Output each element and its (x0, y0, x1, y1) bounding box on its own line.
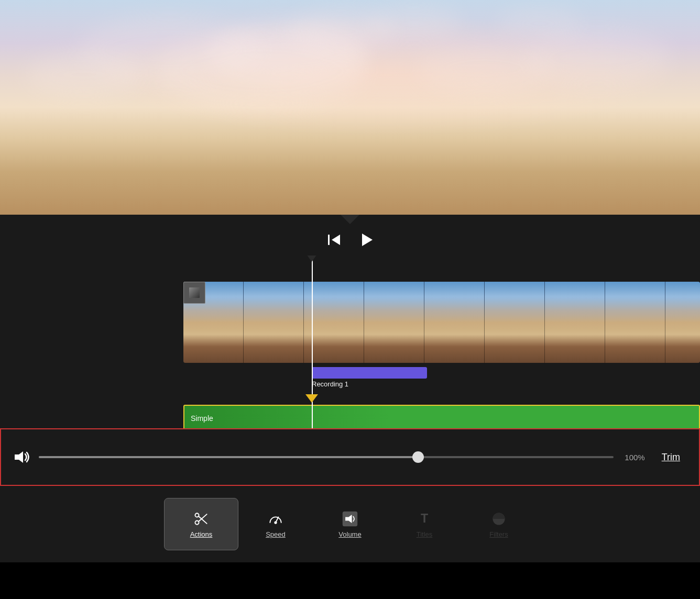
svg-point-5 (195, 520, 199, 524)
toolbar-item-speed[interactable]: Speed (238, 498, 313, 550)
bg-music-label: Simple (191, 414, 213, 423)
svg-marker-2 (362, 234, 373, 246)
film-frame (605, 282, 665, 363)
video-track[interactable] (183, 282, 700, 363)
skip-back-button[interactable] (325, 231, 342, 248)
transport-controls (0, 224, 700, 256)
background-music-track[interactable]: Simple (183, 405, 700, 428)
volume-slider-container[interactable] (39, 456, 614, 458)
volume-speaker-icon (12, 448, 30, 467)
filters-label: Filters (489, 530, 508, 538)
volume-percentage: 100% (622, 453, 645, 462)
film-frame (364, 282, 424, 363)
film-frame (545, 282, 605, 363)
film-frame (485, 282, 545, 363)
svg-rect-0 (328, 235, 330, 245)
actions-label: Actions (190, 530, 213, 538)
text-t-icon: T (416, 511, 433, 527)
playhead-bottom-arrow (305, 394, 318, 403)
filters-icon (490, 511, 507, 527)
volume-icon (342, 511, 358, 527)
svg-text:T: T (421, 512, 428, 525)
playhead-top-indicator (307, 256, 317, 262)
first-frame-thumbnail (183, 282, 205, 304)
skip-back-icon (325, 231, 342, 248)
toolbar-item-actions[interactable]: Actions (164, 498, 238, 550)
audio-clip-label: Recording 1 (312, 380, 348, 388)
film-frame (665, 282, 700, 363)
toolbar-item-titles: T Titles (387, 498, 462, 550)
speedometer-icon (267, 511, 284, 527)
notch-triangle (341, 215, 359, 224)
volume-slider-thumb[interactable] (412, 451, 424, 463)
play-button[interactable] (358, 231, 375, 248)
svg-marker-1 (332, 235, 340, 245)
film-frame (424, 282, 485, 363)
speed-label: Speed (266, 530, 286, 538)
timeline-area[interactable]: Recording 1 Simple (0, 256, 700, 428)
svg-point-9 (275, 522, 277, 524)
film-frame (304, 282, 364, 363)
audio-clip[interactable] (312, 367, 427, 379)
clouds-overlay (0, 0, 700, 147)
svg-marker-3 (15, 451, 23, 463)
volume-icon-area (12, 448, 30, 467)
volume-slider-track[interactable] (39, 456, 614, 458)
scissors-icon (193, 511, 210, 527)
volume-slider-fill (39, 456, 418, 458)
preview-area (0, 0, 700, 215)
film-frame (244, 282, 304, 363)
controls-bar: 100% Trim (0, 428, 700, 486)
titles-label: Titles (417, 530, 433, 538)
volume-label: Volume (338, 530, 361, 538)
trim-button[interactable]: Trim (653, 448, 688, 467)
toolbar-item-volume[interactable]: Volume (313, 498, 387, 550)
bottom-toolbar: Actions Speed Volume T Titles Filters (0, 486, 700, 562)
svg-point-4 (195, 513, 199, 517)
toolbar-item-filters: Filters (462, 498, 536, 550)
notch-area (0, 215, 700, 224)
play-icon (358, 231, 375, 248)
